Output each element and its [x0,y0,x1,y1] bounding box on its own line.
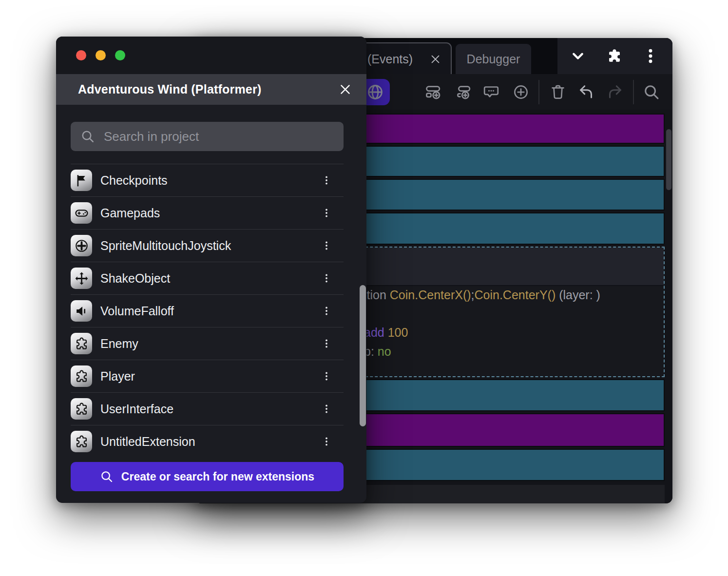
code-token: Coin.CenterY() [475,288,556,302]
minimize-button[interactable] [96,50,106,60]
item-menu-button[interactable] [320,238,333,253]
add-event-button[interactable] [424,83,442,101]
puzzle-icon [71,365,92,387]
create-extension-label: Create or search for new extensions [121,470,314,483]
tab-debugger-label: Debugger [467,52,520,66]
dots-vertical-icon[interactable] [642,47,659,65]
extensions-puzzle-icon[interactable] [606,47,623,65]
tab-events-label: (Events) [367,52,413,66]
puzzle-icon [71,398,92,420]
speaker-icon [71,300,92,322]
undo-button[interactable] [577,83,595,101]
code-token: (layer: ) [556,288,600,302]
create-extension-button[interactable]: Create or search for new extensions [71,462,344,491]
gamepad-icon [71,202,92,224]
extension-label: UntitledExtension [100,435,195,449]
extension-item[interactable]: Gamepads [71,196,344,229]
search-icon [80,129,95,144]
code-token: ition [364,288,390,302]
project-search-input[interactable] [103,129,334,145]
code-token: no [378,345,391,358]
code-token: 100 [384,326,408,339]
panel-scrollbar[interactable] [360,285,366,426]
globe-icon [366,83,384,101]
puzzle-icon [71,431,92,452]
project-manager-window: Adventurous Wind (Platformer) Checkpoint… [56,37,366,503]
extension-item[interactable]: Enemy [71,327,344,360]
item-menu-button[interactable] [320,369,333,384]
extension-item[interactable]: SpriteMultitouchJoystick [71,229,344,262]
toolbar-divider [633,80,634,104]
item-menu-button[interactable] [320,271,333,286]
close-button[interactable] [76,50,86,60]
window-controls [557,38,672,74]
code-token: Coin.CenterX() [390,288,471,302]
extension-item[interactable]: Player [71,360,344,392]
event-action-text[interactable]: ition Coin.CenterX();Coin.CenterY() (lay… [364,288,600,302]
project-title: Adventurous Wind (Platformer) [78,82,261,96]
extension-label: ShakeObject [100,271,170,286]
project-search-box[interactable] [71,122,344,151]
delete-button[interactable] [549,83,567,101]
item-menu-button[interactable] [320,173,333,188]
zoom-button[interactable] [115,50,125,60]
extension-label: Gamepads [100,206,160,220]
toolbar-divider [538,80,539,104]
code-token: add [364,326,384,339]
redo-button[interactable] [606,83,624,101]
extension-label: Enemy [100,337,138,351]
extension-label: UserInterface [100,402,173,416]
add-subevent-button[interactable] [455,83,472,101]
tab-debugger[interactable]: Debugger [456,44,531,74]
event-action-text[interactable]: add 100 [364,326,408,340]
search-icon [100,470,114,483]
panel-titlebar [56,37,366,74]
item-menu-button[interactable] [320,402,333,416]
item-menu-button[interactable] [320,304,333,318]
event-action-text[interactable]: p: no [364,345,391,359]
extension-item[interactable]: UntitledExtension [71,425,344,458]
item-menu-button[interactable] [320,336,333,351]
code-token: ; [471,288,475,302]
panel-header: Adventurous Wind (Platformer) [56,74,366,105]
extension-label: Checkpoints [100,173,168,188]
extension-label: Player [100,369,135,384]
extension-item[interactable]: UserInterface [71,392,344,425]
extension-label: VolumeFalloff [100,304,174,318]
close-panel-icon[interactable] [339,83,352,96]
extensions-list: CheckpointsGamepadsSpriteMultitouchJoyst… [71,164,344,458]
extension-label: SpriteMultitouchJoystick [100,239,231,253]
events-scrollbar[interactable] [666,129,671,190]
item-menu-button[interactable] [320,206,333,220]
move-icon [71,268,92,289]
extension-item[interactable]: VolumeFalloff [71,294,344,327]
extension-item[interactable]: ShakeObject [71,262,344,294]
flag-icon [71,170,92,191]
puzzle-icon [71,333,92,354]
chevron-down-icon[interactable] [569,47,587,65]
search-events-button[interactable] [643,83,660,101]
item-menu-button[interactable] [320,434,333,449]
add-button[interactable] [512,83,530,101]
extension-item[interactable]: Checkpoints [71,164,344,196]
add-comment-button[interactable] [482,83,500,101]
joystick-icon [71,235,92,256]
close-tab-icon[interactable] [430,54,441,65]
